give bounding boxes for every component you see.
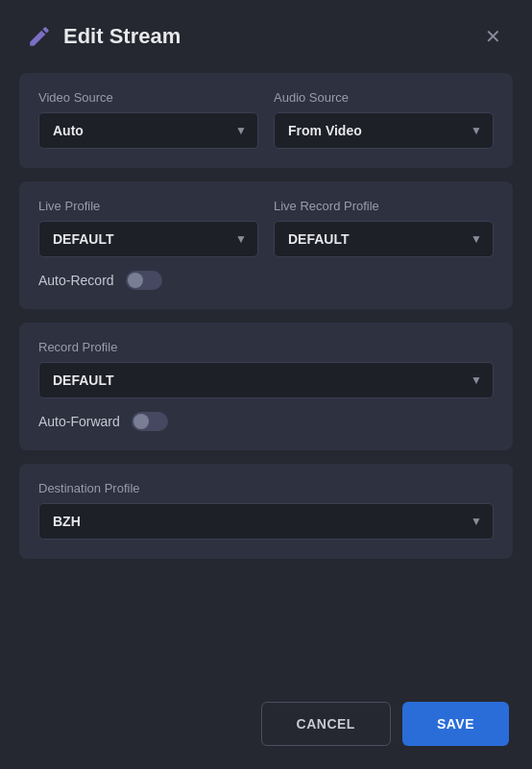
auto-forward-row: Auto-Forward (38, 412, 494, 431)
auto-forward-toggle[interactable] (132, 412, 168, 431)
destination-profile-group: Destination Profile BZH AWS S3 Local FTP… (38, 481, 494, 540)
edit-icon (27, 24, 52, 49)
auto-record-toggle[interactable] (126, 271, 162, 290)
live-profile-select[interactable]: DEFAULT HD SD Custom (38, 221, 258, 257)
video-source-group: Video Source Auto Camera 1 Camera 2 Scre… (38, 90, 258, 149)
video-source-wrapper: Auto Camera 1 Camera 2 Screen ▼ (38, 112, 258, 149)
auto-record-row: Auto-Record (38, 271, 494, 290)
live-record-profile-label: Live Record Profile (274, 199, 494, 213)
close-icon: ✕ (485, 26, 501, 47)
edit-stream-modal: Edit Stream ✕ Video Source Auto Camera 1… (0, 0, 532, 769)
live-record-profile-select[interactable]: DEFAULT HD SD Custom (274, 221, 494, 257)
destination-card: Destination Profile BZH AWS S3 Local FTP… (19, 464, 513, 559)
destination-profile-wrapper: BZH AWS S3 Local FTP ▼ (38, 503, 494, 540)
audio-source-select[interactable]: From Video Microphone None (274, 112, 494, 149)
modal-footer: CANCEL SAVE (0, 686, 532, 769)
audio-source-label: Audio Source (274, 90, 494, 105)
live-profile-label: Live Profile (38, 199, 258, 213)
live-profile-wrapper: DEFAULT HD SD Custom ▼ (38, 221, 258, 257)
cancel-button[interactable]: CANCEL (261, 702, 391, 746)
audio-source-group: Audio Source From Video Microphone None … (274, 90, 494, 149)
record-profile-label: Record Profile (38, 340, 494, 354)
source-row: Video Source Auto Camera 1 Camera 2 Scre… (38, 90, 494, 149)
modal-header: Edit Stream ✕ (0, 0, 532, 65)
auto-record-slider (126, 271, 162, 290)
auto-record-label: Auto-Record (38, 273, 114, 288)
record-card: Record Profile DEFAULT HD SD Custom ▼ Au… (19, 323, 513, 450)
live-card: Live Profile DEFAULT HD SD Custom ▼ Live… (19, 181, 513, 309)
record-profile-select[interactable]: DEFAULT HD SD Custom (38, 362, 494, 398)
live-record-profile-wrapper: DEFAULT HD SD Custom ▼ (274, 221, 494, 257)
record-profile-group: Record Profile DEFAULT HD SD Custom ▼ (38, 340, 494, 398)
close-button[interactable]: ✕ (481, 23, 505, 50)
destination-profile-label: Destination Profile (38, 481, 494, 495)
live-row: Live Profile DEFAULT HD SD Custom ▼ Live… (38, 199, 494, 257)
title-group: Edit Stream (27, 24, 181, 49)
auto-forward-slider (132, 412, 168, 431)
auto-forward-label: Auto-Forward (38, 414, 120, 429)
live-profile-group: Live Profile DEFAULT HD SD Custom ▼ (38, 199, 258, 257)
record-profile-wrapper: DEFAULT HD SD Custom ▼ (38, 362, 494, 398)
save-button[interactable]: SAVE (402, 702, 509, 746)
modal-body: Video Source Auto Camera 1 Camera 2 Scre… (0, 65, 532, 686)
modal-title: Edit Stream (63, 24, 181, 49)
source-card: Video Source Auto Camera 1 Camera 2 Scre… (19, 73, 513, 168)
video-source-label: Video Source (38, 90, 258, 105)
destination-profile-select[interactable]: BZH AWS S3 Local FTP (38, 503, 494, 540)
live-record-profile-group: Live Record Profile DEFAULT HD SD Custom… (274, 199, 494, 257)
video-source-select[interactable]: Auto Camera 1 Camera 2 Screen (38, 112, 258, 149)
audio-source-wrapper: From Video Microphone None ▼ (274, 112, 494, 149)
